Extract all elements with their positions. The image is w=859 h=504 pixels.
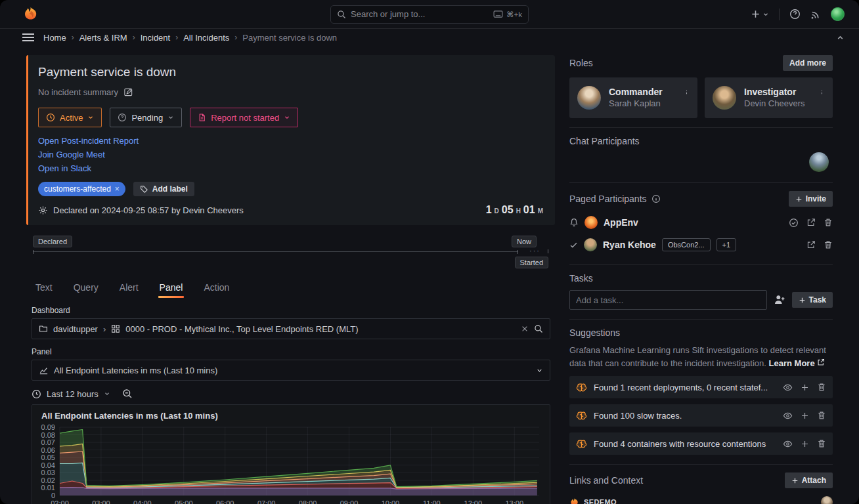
chat-participant-avatar[interactable] bbox=[809, 152, 829, 172]
breadcrumb-separator: › bbox=[175, 33, 178, 42]
breadcrumb-home[interactable]: Home bbox=[43, 33, 66, 43]
panel-select[interactable]: All Endpoint Latencies in ms (Last 10 mi… bbox=[32, 360, 550, 381]
report-status-dropdown-button[interactable]: Report not started bbox=[190, 108, 298, 127]
incident-timeline[interactable]: Declared Now ··· Started bbox=[33, 236, 548, 270]
ryan-avatar bbox=[584, 238, 597, 251]
trash-icon[interactable] bbox=[824, 218, 833, 227]
news-rss-icon[interactable] bbox=[810, 9, 821, 20]
svg-text:0.06: 0.06 bbox=[41, 446, 55, 454]
acknowledge-icon[interactable] bbox=[789, 218, 799, 228]
menu-toggle-icon[interactable] bbox=[22, 33, 34, 41]
tasks-title: Tasks bbox=[569, 273, 593, 284]
divider bbox=[779, 9, 780, 20]
search-input[interactable] bbox=[351, 9, 489, 19]
top-nav-bar: ⌘+k bbox=[0, 0, 859, 29]
trash-icon[interactable] bbox=[817, 439, 826, 448]
timeline-declared-chip: Declared bbox=[33, 236, 72, 247]
new-menu-button[interactable] bbox=[751, 9, 769, 19]
attach-button[interactable]: Attach bbox=[785, 472, 833, 488]
svg-text:02:00: 02:00 bbox=[51, 499, 69, 504]
open-postincident-report-link[interactable]: Open Post-incident Report bbox=[38, 134, 139, 148]
svg-text:09:00: 09:00 bbox=[340, 499, 359, 504]
plus-icon bbox=[751, 9, 760, 19]
timeline-end-tick bbox=[548, 249, 548, 253]
chat-participants-title: Chat Participants bbox=[569, 136, 640, 146]
trash-icon[interactable] bbox=[824, 240, 833, 249]
breadcrumb-incident[interactable]: Incident bbox=[141, 33, 171, 43]
gear-icon[interactable] bbox=[38, 205, 48, 215]
open-in-slack-link[interactable]: Open in Slack bbox=[38, 161, 91, 175]
svg-text:0.05: 0.05 bbox=[41, 453, 55, 461]
assign-user-icon[interactable] bbox=[774, 294, 785, 306]
tab-panel[interactable]: Panel bbox=[158, 279, 185, 298]
divider bbox=[569, 319, 833, 320]
add-more-roles-button[interactable]: Add more bbox=[783, 55, 833, 71]
preview-eye-icon[interactable] bbox=[783, 411, 793, 421]
collapse-section-icon[interactable] bbox=[836, 33, 845, 42]
add-label-button[interactable]: Add label bbox=[133, 182, 194, 196]
link-item-sedemo[interactable]: SEDEMO bbox=[569, 496, 833, 504]
latency-chart-svg[interactable]: 00.010.020.030.040.050.060.070.080.0902:… bbox=[32, 422, 548, 504]
user-avatar[interactable] bbox=[831, 7, 845, 21]
edit-summary-icon[interactable] bbox=[123, 87, 133, 97]
chart-title: All Endpoint Latencies in ms (Last 10 mi… bbox=[32, 405, 550, 422]
trash-icon[interactable] bbox=[817, 383, 826, 392]
suggestion-row-containers[interactable]: Found 4 containers with resource content… bbox=[569, 432, 833, 455]
clear-icon[interactable] bbox=[521, 325, 529, 333]
suggestion-row-slow-traces[interactable]: Found 100 slow traces. bbox=[569, 404, 833, 427]
sift-brain-icon bbox=[576, 410, 587, 421]
chart-line-icon bbox=[39, 366, 49, 375]
kebab-menu-icon[interactable] bbox=[682, 88, 691, 96]
timeline-gap-dots: ··· bbox=[529, 247, 540, 255]
help-icon[interactable] bbox=[789, 9, 801, 20]
breadcrumb-all-incidents[interactable]: All Incidents bbox=[183, 33, 229, 43]
add-icon[interactable] bbox=[801, 440, 809, 448]
add-task-input[interactable] bbox=[569, 290, 767, 310]
tab-action[interactable]: Action bbox=[202, 279, 231, 298]
schedule-chip[interactable]: ObsCon2... bbox=[662, 238, 711, 251]
remove-label-icon[interactable]: × bbox=[115, 184, 120, 194]
breadcrumb-alerts-irm[interactable]: Alerts & IRM bbox=[79, 33, 127, 43]
status-dropdown-button[interactable]: Pending bbox=[110, 108, 182, 127]
chevron-down-icon bbox=[284, 114, 290, 121]
join-google-meet-link[interactable]: Join Google Meet bbox=[38, 148, 105, 161]
more-chip[interactable]: +1 bbox=[716, 238, 737, 251]
add-task-button[interactable]: Task bbox=[792, 292, 833, 308]
zoom-out-icon[interactable] bbox=[122, 388, 133, 399]
grafana-logo-icon[interactable] bbox=[22, 6, 39, 22]
svg-text:03:00: 03:00 bbox=[92, 499, 110, 504]
chevron-down-icon bbox=[762, 11, 769, 18]
kebab-menu-icon[interactable] bbox=[818, 88, 826, 96]
search-icon[interactable] bbox=[534, 324, 543, 333]
svg-text:0.01: 0.01 bbox=[41, 484, 55, 492]
latency-chart-panel: All Endpoint Latencies in ms (Last 10 mi… bbox=[32, 404, 550, 504]
tab-query[interactable]: Query bbox=[72, 279, 100, 298]
breadcrumb-separator: › bbox=[72, 33, 74, 42]
role-person-name: Sarah Kaplan bbox=[609, 98, 661, 108]
grafana-logo-icon bbox=[569, 497, 579, 504]
invite-button[interactable]: Invite bbox=[789, 191, 833, 207]
add-icon[interactable] bbox=[801, 411, 809, 420]
severity-dropdown-button[interactable]: Active bbox=[38, 108, 102, 127]
svg-text:05:00: 05:00 bbox=[175, 499, 193, 504]
preview-eye-icon[interactable] bbox=[783, 439, 793, 449]
svg-text:06:00: 06:00 bbox=[216, 499, 234, 504]
trash-icon[interactable] bbox=[817, 411, 826, 420]
role-card-investigator[interactable]: Investigator Devin Cheevers bbox=[705, 77, 833, 118]
preview-eye-icon[interactable] bbox=[783, 383, 793, 392]
dashboard-picker[interactable]: davidtupper › 0000 - PROD - Mythical Inc… bbox=[32, 318, 550, 339]
add-icon[interactable] bbox=[801, 383, 809, 392]
document-icon bbox=[198, 113, 206, 122]
app-window: ⌘+k Home › Alerts & IRM › Incident › All… bbox=[0, 0, 859, 504]
paged-row-appenv: AppEnv bbox=[569, 212, 833, 233]
external-link-icon[interactable] bbox=[806, 240, 816, 249]
learn-more-link[interactable]: Learn More bbox=[769, 358, 815, 368]
incident-label-chip[interactable]: customers-affected × bbox=[38, 182, 125, 196]
time-range-picker[interactable]: Last 12 hours bbox=[32, 389, 110, 399]
suggestion-row-deployments[interactable]: Found 1 recent deployments, 0 recent sta… bbox=[569, 376, 833, 398]
tab-text[interactable]: Text bbox=[34, 279, 54, 298]
tab-alert[interactable]: Alert bbox=[118, 279, 140, 298]
incident-summary-placeholder: No incident summary bbox=[38, 87, 118, 97]
role-card-commander[interactable]: Commander Sarah Kaplan bbox=[569, 77, 697, 118]
external-link-icon[interactable] bbox=[806, 218, 816, 227]
